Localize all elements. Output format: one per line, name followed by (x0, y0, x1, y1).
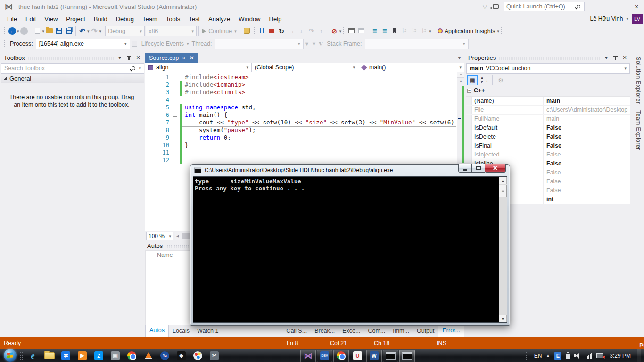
diagnostic-tools-icon[interactable] (242, 26, 252, 36)
scroll-up-icon[interactable]: ▲ (457, 78, 464, 83)
signal-strength-icon[interactable] (586, 353, 592, 359)
categorized-view-icon[interactable]: ▦ (467, 75, 478, 85)
lifecycle-events-label[interactable]: Lifecycle Events (141, 41, 184, 47)
media-player-taskbar-button[interactable]: ▶ (74, 350, 90, 362)
volume-icon[interactable] (574, 353, 581, 359)
new-file-icon[interactable] (33, 26, 42, 36)
code-text[interactable]: return 0; (183, 134, 457, 141)
output-window-icon[interactable] (347, 26, 356, 36)
properties-object-dropdown[interactable]: main VCCodeFunction ▾ (466, 63, 630, 74)
language-indicator[interactable]: EN (534, 353, 542, 359)
step-over-icon[interactable]: ↷ (306, 26, 316, 36)
code-line-3[interactable]: 3#include<climits> (145, 89, 457, 96)
console-output-area[interactable]: type sizeMinValueMaxValuePress any key t… (193, 176, 507, 323)
code-text[interactable]: int main() { (183, 111, 457, 119)
visual-studio-taskbar-button[interactable]: ⋈ (300, 350, 316, 362)
code-line-1[interactable]: 1−#include<iostream> (145, 74, 457, 81)
alphabetical-sort-icon[interactable]: AZ↓ (479, 75, 489, 85)
menu-item-view[interactable]: View (40, 14, 62, 25)
breakpoint-gutter[interactable] (145, 104, 154, 111)
console-title-bar[interactable]: C:\Users\Administrator\Desktop\Slide HDH… (194, 167, 393, 173)
pin-icon[interactable] (128, 56, 130, 60)
member-dropdown[interactable]: main()▾ (358, 63, 464, 72)
solution-platforms-dropdown[interactable]: x86▾ (146, 26, 197, 36)
console-window[interactable]: C:\Users\Administrator\Desktop\Slide HDH… (190, 164, 510, 326)
code-line-6[interactable]: 6−int main() { (145, 111, 457, 119)
window-position-dropdown-icon[interactable]: ▾ (116, 55, 123, 61)
solution-configurations-dropdown[interactable]: Debug▾ (105, 26, 145, 36)
property-row-name[interactable]: (Name)main (466, 97, 630, 106)
toolbar-grip[interactable] (343, 27, 345, 35)
menu-item-analyze[interactable]: Analyze (204, 14, 234, 25)
dev-cpp-taskbar-button[interactable]: DEV (317, 350, 332, 362)
scroll-down-icon[interactable]: ▼ (499, 315, 507, 322)
break-all-icon[interactable] (257, 26, 267, 36)
tool-tab-com[interactable]: Com... (364, 325, 389, 337)
show-hidden-icons-chevron[interactable]: ▲ (546, 354, 550, 358)
menu-item-debug[interactable]: Debug (112, 14, 138, 25)
menu-item-file[interactable]: File (3, 14, 21, 25)
code-text[interactable]: #include<climits> (183, 89, 457, 96)
navigate-backward-icon[interactable]: ← (7, 26, 17, 36)
chrome-window-taskbar-button[interactable] (333, 350, 349, 362)
console-scrollbar[interactable]: ▲ ≡ ▼ (499, 177, 507, 322)
breakpoint-gutter[interactable] (145, 156, 154, 164)
pin-icon[interactable] (615, 56, 616, 60)
properties-category-cpp[interactable]: − C++ (465, 86, 631, 95)
console-window-2-taskbar-button[interactable] (399, 350, 415, 362)
remote-assistance-taskbar-button[interactable]: ▣ (107, 350, 123, 362)
battery-icon[interactable] (566, 353, 570, 359)
clock[interactable]: 3:29 PM (610, 353, 631, 359)
menu-item-edit[interactable]: Edit (21, 14, 40, 25)
property-value[interactable]: False (544, 159, 630, 168)
collapse-icon[interactable]: − (467, 89, 471, 93)
tool-tab-error[interactable]: Error... (438, 325, 464, 337)
close-icon[interactable]: ✕ (135, 55, 141, 61)
tool-tab-locals[interactable]: Locals (169, 325, 193, 337)
breakpoints-dropdown[interactable]: ▾ (339, 29, 342, 33)
breakpoint-gutter[interactable] (145, 89, 154, 96)
application-insights-label[interactable]: Application Insights (445, 28, 495, 34)
save-all-icon[interactable] (64, 26, 74, 36)
property-value[interactable]: main (544, 115, 630, 123)
toolbox-search-input[interactable]: Search Toolbox ▾ (1, 63, 144, 74)
code-text[interactable] (183, 96, 457, 104)
scroll-up-icon[interactable]: ▲ (499, 177, 507, 184)
menu-item-project[interactable]: Project (62, 14, 89, 25)
property-value[interactable]: False (544, 168, 630, 177)
breakpoint-gutter[interactable] (145, 111, 154, 119)
tab-source-cpp[interactable]: Source.cpp + ✕ (145, 53, 198, 63)
open-file-icon[interactable] (44, 26, 54, 36)
toolbar-grip[interactable] (470, 40, 472, 48)
code-line-9[interactable]: 9return 0; (145, 134, 457, 141)
toolbox-group-general[interactable]: General (1, 74, 144, 83)
undo-icon[interactable]: ↶ (77, 26, 87, 36)
breakpoint-gutter[interactable] (145, 141, 154, 149)
fold-collapse-icon[interactable]: − (173, 113, 177, 117)
toolbar-grip[interactable] (253, 27, 256, 35)
tool-tab-call-s[interactable]: Call S... (282, 325, 311, 337)
panel-drag-grip[interactable] (499, 57, 600, 60)
tool-tab-exce[interactable]: Exce... (339, 325, 364, 337)
vlc-taskbar-button[interactable] (140, 350, 156, 362)
breakpoint-gutter[interactable] (145, 74, 154, 81)
menu-item-window[interactable]: Window (234, 14, 264, 25)
code-text[interactable]: cout << "type" << setw(10) << "size" << … (183, 119, 457, 126)
fold-collapse-icon[interactable]: − (173, 75, 177, 79)
thread-flagged-only-icon[interactable]: ⧨ (318, 41, 323, 47)
code-line-10[interactable]: 10} (145, 141, 457, 149)
filter-icon[interactable]: ▽ (483, 3, 487, 10)
user-name[interactable]: Lê Hữu Vinh (590, 16, 623, 22)
show-next-statement-icon[interactable]: → (287, 26, 297, 36)
code-line-5[interactable]: 5using namespace std; (145, 104, 457, 111)
breakpoint-gutter[interactable] (145, 126, 154, 134)
toolbar-grip[interactable] (501, 27, 503, 35)
thread-flag-icon[interactable]: ▼ (311, 41, 316, 47)
show-desktop-button[interactable] (637, 349, 641, 362)
bookmark-icon[interactable] (389, 26, 399, 36)
zalo-taskbar-button[interactable]: Z (91, 350, 107, 362)
property-value[interactable]: False (544, 141, 630, 150)
stack-frame-dropdown[interactable]: ▾ (365, 39, 469, 49)
code-line-12[interactable]: 12 (145, 156, 457, 164)
next-bookmark-icon[interactable]: ⚐ (409, 26, 419, 36)
